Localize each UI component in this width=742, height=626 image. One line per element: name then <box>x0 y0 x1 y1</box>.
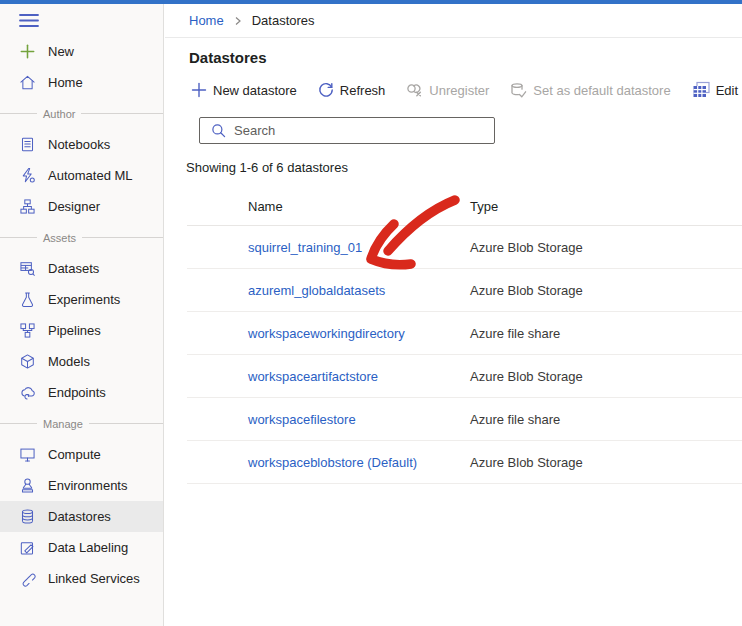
table-row: squirrel_training_01 Azure Blob Storage <box>187 226 742 269</box>
sidebar-item-endpoints[interactable]: Endpoints <box>0 377 163 408</box>
sidebar-item-label: Pipelines <box>48 323 101 338</box>
sidebar-item-label: Linked Services <box>48 571 140 586</box>
sidebar-item-label: Datastores <box>48 509 111 524</box>
set-default-datastore-button[interactable]: Set as default datastore <box>510 82 670 99</box>
azure-ml-studio-window: New Home Author Notebooks Automated ML <box>0 0 742 626</box>
sidebar-item-pipelines[interactable]: Pipelines <box>0 315 163 346</box>
edit-table-icon <box>692 81 710 99</box>
sidebar-section-assets: Assets <box>0 222 163 253</box>
sidebar-item-datasets[interactable]: Datasets <box>0 253 163 284</box>
table-row: azureml_globaldatasets Azure Blob Storag… <box>187 269 742 312</box>
table-row: workspaceblobstore (Default) Azure Blob … <box>187 441 742 484</box>
notebook-icon <box>19 136 36 153</box>
sidebar-item-label: Designer <box>48 199 100 214</box>
table-row: workspaceartifactstore Azure Blob Storag… <box>187 355 742 398</box>
sidebar-item-linked-services[interactable]: Linked Services <box>0 563 163 594</box>
set-default-icon <box>510 82 527 99</box>
sidebar-item-home[interactable]: Home <box>0 67 163 98</box>
refresh-button[interactable]: Refresh <box>318 82 386 98</box>
home-icon <box>19 74 36 91</box>
environments-icon <box>19 477 36 494</box>
database-icon <box>19 508 36 525</box>
datasets-icon <box>19 260 36 277</box>
sidebar-item-label: Home <box>48 75 83 90</box>
datastore-link[interactable]: workspaceworkingdirectory <box>248 326 405 341</box>
search-input[interactable] <box>234 123 464 138</box>
datastore-link[interactable]: azureml_globaldatasets <box>248 283 385 298</box>
datastore-type: Azure Blob Storage <box>470 369 742 384</box>
column-header-type[interactable]: Type <box>470 199 742 214</box>
sidebar-item-label: Data Labeling <box>48 540 128 555</box>
breadcrumb-home-link[interactable]: Home <box>189 13 224 28</box>
datastore-type: Azure Blob Storage <box>470 455 742 470</box>
page-title: Datastores <box>189 49 742 66</box>
unregister-icon <box>406 82 423 98</box>
breadcrumb-current: Datastores <box>252 13 315 28</box>
sidebar-section-manage: Manage <box>0 408 163 439</box>
chevron-right-icon <box>233 16 243 26</box>
sidebar-item-notebooks[interactable]: Notebooks <box>0 129 163 160</box>
sidebar-item-label: Environments <box>48 478 127 493</box>
unregister-button[interactable]: Unregister <box>406 82 489 98</box>
link-icon <box>19 570 36 587</box>
sidebar-item-data-labeling[interactable]: Data Labeling <box>0 532 163 563</box>
pipelines-icon <box>19 322 36 339</box>
cube-icon <box>19 353 36 370</box>
table-row: workspaceworkingdirectory Azure file sha… <box>187 312 742 355</box>
sidebar-item-label: New <box>48 44 74 59</box>
datastore-type: Azure file share <box>470 412 742 427</box>
automated-ml-icon <box>19 167 36 184</box>
datastore-link[interactable]: workspaceartifactstore <box>248 369 378 384</box>
sidebar-item-label: Models <box>48 354 90 369</box>
sidebar-item-designer[interactable]: Designer <box>0 191 163 222</box>
datastore-link[interactable]: workspaceblobstore (Default) <box>248 455 417 470</box>
sidebar: New Home Author Notebooks Automated ML <box>0 4 164 626</box>
sidebar-item-environments[interactable]: Environments <box>0 470 163 501</box>
data-labeling-icon <box>19 539 36 556</box>
sidebar-section-author: Author <box>0 98 163 129</box>
sidebar-item-label: Experiments <box>48 292 120 307</box>
datastore-link[interactable]: workspacefilestore <box>248 412 356 427</box>
new-datastore-button[interactable]: New datastore <box>191 82 297 98</box>
toolbar: New datastore Refresh Unregister Set as … <box>165 81 742 99</box>
sidebar-item-label: Endpoints <box>48 385 106 400</box>
datastore-type: Azure file share <box>470 326 742 341</box>
table-header: Name Type <box>187 188 742 226</box>
sidebar-item-compute[interactable]: Compute <box>0 439 163 470</box>
hamburger-icon <box>19 13 39 28</box>
sidebar-item-new[interactable]: New <box>0 36 163 67</box>
sidebar-item-datastores[interactable]: Datastores <box>0 501 163 532</box>
datastores-table: Name Type squirrel_training_01 Azure Blo… <box>165 188 742 484</box>
sidebar-item-models[interactable]: Models <box>0 346 163 377</box>
column-header-name[interactable]: Name <box>248 199 470 214</box>
sidebar-item-experiments[interactable]: Experiments <box>0 284 163 315</box>
edit-button[interactable]: Edit <box>692 81 738 99</box>
main-content: Home Datastores Datastores New datastore… <box>165 4 742 626</box>
search-icon <box>211 123 226 138</box>
datastore-link[interactable]: squirrel_training_01 <box>248 240 362 255</box>
table-row: workspacefilestore Azure file share <box>187 398 742 441</box>
sidebar-item-label: Automated ML <box>48 168 133 183</box>
plus-icon <box>19 43 36 60</box>
sidebar-item-label: Datasets <box>48 261 99 276</box>
flask-icon <box>19 291 36 308</box>
search-box <box>199 117 495 144</box>
endpoints-cloud-icon <box>19 384 36 401</box>
breadcrumb: Home Datastores <box>165 4 742 38</box>
sidebar-item-label: Compute <box>48 447 101 462</box>
refresh-icon <box>318 82 334 98</box>
monitor-icon <box>19 446 36 463</box>
designer-icon <box>19 198 36 215</box>
datastore-type: Azure Blob Storage <box>470 283 742 298</box>
plus-icon <box>191 82 207 98</box>
sidebar-item-automated-ml[interactable]: Automated ML <box>0 160 163 191</box>
results-count: Showing 1-6 of 6 datastores <box>186 160 742 175</box>
sidebar-item-label: Notebooks <box>48 137 110 152</box>
datastore-type: Azure Blob Storage <box>470 240 742 255</box>
hamburger-menu-button[interactable] <box>0 4 163 36</box>
